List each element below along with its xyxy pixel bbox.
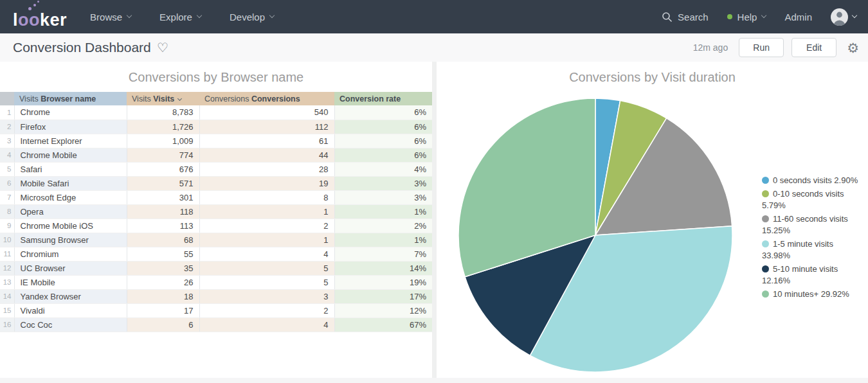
- cell-rate[interactable]: 3%: [334, 190, 432, 204]
- cell-visits[interactable]: 301: [127, 190, 199, 204]
- nav-menu-develop[interactable]: Develop: [230, 12, 274, 22]
- cell-visits[interactable]: 18: [127, 289, 199, 303]
- cell-rate[interactable]: 12%: [334, 303, 432, 317]
- nav-admin[interactable]: Admin: [784, 12, 812, 22]
- table-row: 2Firefox1,7261126%: [0, 120, 432, 134]
- gear-icon[interactable]: ⚙: [847, 41, 859, 55]
- cell-browser[interactable]: Safari: [14, 162, 127, 176]
- top-navbar: looker Browse Explore Develop Search H: [0, 0, 868, 33]
- legend-dot-icon: [762, 190, 769, 197]
- cell-browser[interactable]: Chrome: [14, 105, 127, 120]
- cell-visits[interactable]: 55: [127, 247, 199, 261]
- cell-browser[interactable]: UC Browser: [14, 261, 127, 275]
- column-header-browser-name[interactable]: Visits Browser name: [14, 92, 127, 105]
- legend-item-1-5-minute-visits[interactable]: 1-5 minute visits33.98%: [762, 238, 862, 262]
- cell-visits[interactable]: 676: [127, 162, 199, 176]
- legend-item-5-10-minute-visits[interactable]: 5-10 minute visits12.16%: [762, 263, 862, 287]
- cell-visits[interactable]: 26: [127, 275, 199, 289]
- legend-item-0-seconds-visits[interactable]: 0 seconds visits 2.90%: [762, 175, 862, 186]
- cell-conv[interactable]: 3: [199, 289, 334, 303]
- cell-num: 9: [0, 218, 14, 233]
- pie-legend: 0 seconds visits 2.90%0-10 seconds visit…: [762, 175, 862, 302]
- cell-visits[interactable]: 6: [127, 317, 199, 332]
- cell-conv[interactable]: 4: [199, 317, 334, 332]
- cell-conv[interactable]: 1: [199, 204, 334, 218]
- nav-menu-browse[interactable]: Browse: [90, 12, 131, 22]
- cell-browser[interactable]: Internet Explorer: [14, 134, 127, 148]
- run-button[interactable]: Run: [739, 38, 784, 57]
- cell-visits[interactable]: 774: [127, 148, 199, 162]
- legend-item-11-60-seconds-visits[interactable]: 11-60 seconds visits15.25%: [762, 213, 862, 236]
- user-menu[interactable]: [831, 8, 856, 26]
- cell-num: 16: [0, 317, 14, 332]
- table-row: 4Chrome Mobile774446%: [0, 148, 432, 162]
- cell-conv[interactable]: 8: [199, 190, 334, 204]
- search-button[interactable]: Search: [662, 12, 709, 22]
- cell-visits[interactable]: 113: [127, 218, 199, 233]
- cell-conv[interactable]: 5: [199, 261, 334, 275]
- legend-item-10-minutes-[interactable]: 10 minutes+ 29.92%: [762, 289, 862, 300]
- cell-rate[interactable]: 17%: [334, 289, 432, 303]
- cell-rate[interactable]: 6%: [334, 105, 432, 120]
- nav-menu-explore[interactable]: Explore: [159, 12, 201, 22]
- cell-rate[interactable]: 19%: [334, 275, 432, 289]
- cell-rate[interactable]: 7%: [334, 247, 432, 261]
- cell-visits[interactable]: 68: [127, 233, 199, 247]
- table-row: 10Samsung Browser6811%: [0, 233, 432, 247]
- cell-browser[interactable]: Microsoft Edge: [14, 190, 127, 204]
- looker-logo[interactable]: looker: [13, 5, 67, 29]
- cell-visits[interactable]: 571: [127, 176, 199, 190]
- cell-browser[interactable]: Chrome Mobile iOS: [14, 218, 127, 233]
- cell-rate[interactable]: 14%: [334, 261, 432, 275]
- cell-browser[interactable]: Opera: [14, 204, 127, 218]
- cell-rate[interactable]: 3%: [334, 176, 432, 190]
- cell-conv[interactable]: 112: [199, 120, 334, 134]
- table-row: 5Safari676284%: [0, 162, 432, 176]
- table-body: 1Chrome8,7835406%2Firefox1,7261126%3Inte…: [0, 105, 432, 332]
- cell-conv[interactable]: 1: [199, 233, 334, 247]
- cell-conv[interactable]: 4: [199, 247, 334, 261]
- cell-browser[interactable]: Chromium: [14, 247, 127, 261]
- cell-visits[interactable]: 118: [127, 204, 199, 218]
- cell-visits[interactable]: 8,783: [127, 105, 199, 120]
- cell-rate[interactable]: 4%: [334, 162, 432, 176]
- cell-browser[interactable]: Vivaldi: [14, 303, 127, 317]
- cell-rate[interactable]: 6%: [334, 134, 432, 148]
- help-menu[interactable]: Help: [727, 12, 766, 22]
- cell-browser[interactable]: Coc Coc: [14, 317, 127, 332]
- column-header-visits[interactable]: Visits Visits: [127, 92, 199, 105]
- cell-visits[interactable]: 17: [127, 303, 199, 317]
- cell-browser[interactable]: Mobile Safari: [14, 176, 127, 190]
- column-header-conversion-rate[interactable]: Conversion rate: [334, 92, 432, 105]
- tile-title: Conversions by Browser name: [0, 62, 432, 85]
- cell-rate[interactable]: 6%: [334, 120, 432, 134]
- cell-rate[interactable]: 1%: [334, 204, 432, 218]
- column-header-conversions[interactable]: Conversions Conversions: [199, 92, 334, 105]
- cell-conv[interactable]: 2: [199, 303, 334, 317]
- cell-conv[interactable]: 540: [199, 105, 334, 120]
- favorite-heart-icon[interactable]: ♡: [157, 41, 168, 54]
- cell-rate[interactable]: 2%: [334, 218, 432, 233]
- cell-num: 12: [0, 261, 14, 275]
- cell-rate[interactable]: 67%: [334, 317, 432, 332]
- cell-conv[interactable]: 19: [199, 176, 334, 190]
- cell-visits[interactable]: 1,009: [127, 134, 199, 148]
- legend-item-0-10-seconds-visits[interactable]: 0-10 seconds visits5.79%: [762, 188, 862, 211]
- cell-conv[interactable]: 5: [199, 275, 334, 289]
- cell-conv[interactable]: 44: [199, 148, 334, 162]
- cell-conv[interactable]: 28: [199, 162, 334, 176]
- cell-rate[interactable]: 1%: [334, 233, 432, 247]
- table-row: 15Vivaldi17212%: [0, 303, 432, 317]
- cell-browser[interactable]: Samsung Browser: [14, 233, 127, 247]
- cell-rate[interactable]: 6%: [334, 148, 432, 162]
- edit-button[interactable]: Edit: [791, 38, 836, 57]
- cell-browser[interactable]: IE Mobile: [14, 275, 127, 289]
- cell-browser[interactable]: Chrome Mobile: [14, 148, 127, 162]
- cell-conv[interactable]: 2: [199, 218, 334, 233]
- table-row: 11Chromium5547%: [0, 247, 432, 261]
- cell-conv[interactable]: 61: [199, 134, 334, 148]
- cell-visits[interactable]: 35: [127, 261, 199, 275]
- cell-visits[interactable]: 1,726: [127, 120, 199, 134]
- cell-browser[interactable]: Yandex Browser: [14, 289, 127, 303]
- cell-browser[interactable]: Firefox: [14, 120, 127, 134]
